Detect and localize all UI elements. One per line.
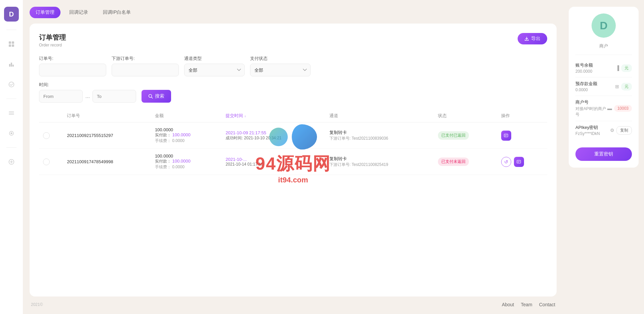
svg-rect-2 xyxy=(9,44,11,47)
col-status: 状态 xyxy=(434,109,497,123)
search-button[interactable]: 搜索 xyxy=(142,90,171,103)
order-table: 订单号 金额 提交时间 ↓ 通道 状态 操作 xyxy=(39,109,547,175)
tab-order-management[interactable]: 订单管理 xyxy=(30,7,61,18)
account-balance-badge: 元 xyxy=(621,64,632,72)
sidebar-divider2 xyxy=(6,99,16,99)
copy-apikey-button[interactable]: 复制 xyxy=(616,126,632,135)
svg-rect-3 xyxy=(12,44,14,47)
merchant-label: 商户 xyxy=(599,43,608,49)
row2-downstream: 下游订单号: Test2021100825419 xyxy=(329,162,430,168)
table-row: 2021100921755515297 100.0000 实付款： 100.00… xyxy=(39,123,547,149)
row2-detail-btn[interactable] xyxy=(514,157,524,167)
panel-title-group: 订单管理 Order record xyxy=(39,33,66,47)
filter-row-2: 时间: ... 搜索 xyxy=(39,82,547,103)
row1-detail-btn[interactable] xyxy=(501,131,511,141)
sidebar-divider3 xyxy=(6,147,16,148)
prepay-info: 预存款金额 0.0000 xyxy=(575,81,597,92)
col-checkbox xyxy=(39,109,63,123)
card-icon: ▬ xyxy=(607,106,612,111)
watermark-line2: it94.com xyxy=(255,176,331,184)
filter-row-1: 订单号: 下游订单号: 通道类型 全部 银行转账 支付宝 微信 xyxy=(39,56,547,76)
merchant-no-value: 10003 xyxy=(614,105,632,112)
svg-rect-6 xyxy=(12,65,14,67)
row1-actual-amount: 实付款： 100.0000 xyxy=(155,132,217,138)
merchant-no-row: 商户号 对接API时的商户号 ▬ 10003 xyxy=(575,96,632,121)
row2-status: 已支付未返回 xyxy=(438,158,469,166)
filter-section: 订单号: 下游订单号: 通道类型 全部 银行转账 支付宝 微信 xyxy=(39,56,547,103)
row1-channel: 复制转卡 xyxy=(329,130,430,136)
time-label: 时间: xyxy=(39,82,136,88)
tab-callback-whitelist[interactable]: 回调IP白名单 xyxy=(97,7,137,18)
bar-chart-small-icon: ▐ xyxy=(616,65,619,71)
lines-icon[interactable] xyxy=(5,107,17,119)
downstream-no-label: 下游订单号: xyxy=(112,56,179,62)
panel-header: 订单管理 Order record 导出 xyxy=(39,33,547,47)
row1-status: 已支付已返回 xyxy=(438,131,469,140)
sidebar-divider xyxy=(6,30,16,30)
main-content: 订单管理 回调记录 回调IP白名单 订单管理 Order record 导出 订… xyxy=(23,0,563,314)
right-sidebar: D 商户 账号余额 200.0000 ▐ 元 预存款金额 0.0000 xyxy=(563,0,644,314)
footer-copyright: 2021© xyxy=(31,302,43,307)
reset-key-button[interactable]: 重置密钥 xyxy=(575,147,632,161)
apikey-row: APIkey密钥 FzSy****IDkN ⚙ 复制 xyxy=(575,121,632,139)
prepay-row: 预存款金额 0.0000 ⊞ 元 xyxy=(575,77,632,96)
svg-point-12 xyxy=(11,133,12,134)
row2-refresh-btn[interactable]: ↺ xyxy=(501,157,511,167)
svg-rect-21 xyxy=(517,160,521,163)
svg-rect-5 xyxy=(11,63,12,67)
row2-success-time: 2021-10-14 01:17:16 xyxy=(226,162,321,167)
tab-callback-records[interactable]: 回调记录 xyxy=(63,7,94,18)
grid-icon[interactable] xyxy=(5,38,17,50)
sidebar-avatar[interactable]: D xyxy=(4,7,19,22)
col-order-no: 订单号 xyxy=(63,109,151,123)
svg-rect-4 xyxy=(9,64,10,67)
prepay-value: 0.0000 xyxy=(575,88,597,92)
circle-icon[interactable] xyxy=(5,127,17,139)
right-avatar: D xyxy=(592,13,616,38)
account-balance-info: 账号余额 200.0000 xyxy=(575,62,593,74)
order-no-group: 订单号: xyxy=(39,56,106,76)
row2-actual-amount: 实付款： 100.0000 xyxy=(155,159,217,164)
col-actions: 操作 xyxy=(497,109,547,123)
channel-type-group: 通道类型 全部 银行转账 支付宝 微信 xyxy=(184,56,245,76)
row1-checkbox[interactable] xyxy=(43,132,50,139)
row1-actions xyxy=(501,131,543,141)
date-range-inputs: ... xyxy=(39,90,136,103)
footer-link-team[interactable]: Team xyxy=(521,302,532,307)
row2-submit-time: 2021-10-... xyxy=(226,157,321,162)
prepay-badge: 元 xyxy=(621,83,632,91)
row2-amount: 100.0000 xyxy=(155,153,217,159)
bar-chart-icon[interactable] xyxy=(5,58,17,70)
col-submit-time[interactable]: 提交时间 ↓ xyxy=(222,109,325,123)
account-balance-row: 账号余额 200.0000 ▐ 元 xyxy=(575,59,632,77)
date-separator: ... xyxy=(85,93,90,99)
date-to-input[interactable] xyxy=(92,90,136,103)
merchant-no-info: 商户号 对接API时的商户号 xyxy=(575,99,607,117)
row2-actions: ↺ xyxy=(501,157,543,167)
merchant-no-title: 商户号 xyxy=(575,99,607,105)
row1-order-no: 2021100921755515297 xyxy=(67,133,147,138)
merchant-no-desc: 对接API时的商户号 xyxy=(575,106,607,117)
footer-link-contact[interactable]: Contact xyxy=(539,302,555,307)
content-panel: 订单管理 Order record 导出 订单号: 下游订单号: xyxy=(30,24,557,296)
account-balance-value: 200.0000 xyxy=(575,69,593,74)
apikey-value: FzSy****IDkN xyxy=(575,131,600,136)
plus-icon[interactable] xyxy=(5,156,17,168)
export-button[interactable]: 导出 xyxy=(518,33,547,44)
channel-type-label: 通道类型 xyxy=(184,56,245,62)
downstream-no-input[interactable] xyxy=(112,64,179,76)
pay-status-select[interactable]: 全部 已支付 未支付 退款 xyxy=(250,64,311,76)
row1-fee: 手续费： 0.0000 xyxy=(155,138,217,144)
date-from-input[interactable] xyxy=(39,90,83,103)
panel-subtitle: Order record xyxy=(39,43,66,47)
prepay-title: 预存款金额 xyxy=(575,81,597,87)
footer-link-about[interactable]: About xyxy=(502,302,514,307)
check-icon[interactable] xyxy=(5,78,17,91)
footer: 2021© About Team Contact xyxy=(30,302,557,307)
order-no-input[interactable] xyxy=(39,64,106,76)
channel-type-select[interactable]: 全部 银行转账 支付宝 微信 xyxy=(184,64,245,76)
svg-line-17 xyxy=(152,97,153,99)
grid-small-icon: ⊞ xyxy=(615,84,619,89)
account-balance-title: 账号余额 xyxy=(575,62,593,68)
row2-checkbox[interactable] xyxy=(43,159,50,165)
